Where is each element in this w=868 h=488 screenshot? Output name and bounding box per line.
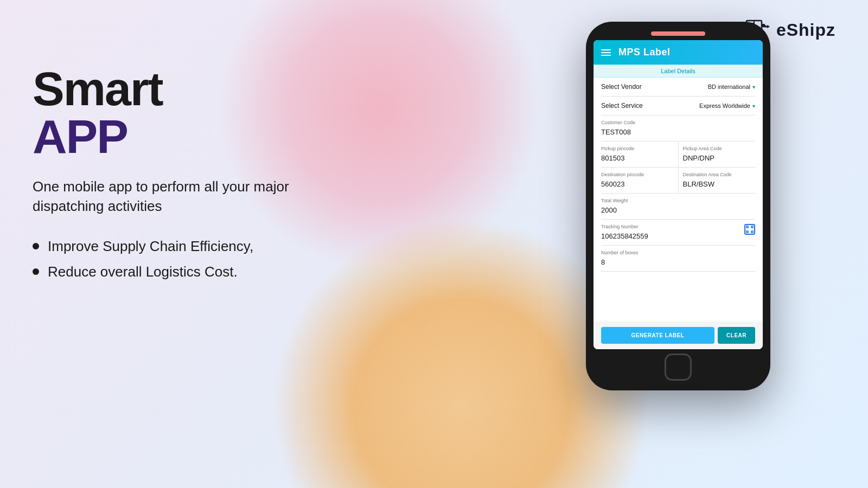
number-of-boxes-label: Number of boxes [601, 250, 755, 255]
number-of-boxes-row: Number of boxes 8 [601, 246, 755, 272]
bullet-text-1: Improve Supply Chain Efficiency, [48, 238, 253, 255]
bullet-item-2: Reduce overall Logistics Cost. [33, 264, 315, 280]
phone-screen: MPS Label Label Details Select Vendor BD… [593, 40, 763, 349]
phone: MPS Label Label Details Select Vendor BD… [586, 22, 770, 390]
pickup-pincode-col: Pickup pincode 801503 [601, 142, 679, 167]
number-of-boxes-value[interactable]: 8 [601, 258, 605, 266]
phone-mockup-container: MPS Label Label Details Select Vendor BD… [586, 22, 770, 390]
select-service-label: Select Service [601, 102, 643, 110]
bullet-item-1: Improve Supply Chain Efficiency, [33, 238, 315, 255]
headline-app: APP [33, 113, 315, 160]
app-title: MPS Label [618, 47, 671, 58]
destination-pincode-label: Destination pincode [601, 172, 674, 177]
phone-home-button[interactable] [665, 354, 692, 381]
select-vendor-label: Select Vendor [601, 83, 642, 91]
destination-area-code-label: Destination Area Code [683, 172, 756, 177]
subtitle: One mobile app to perform all your major… [33, 177, 315, 216]
destination-row: Destination pincode 560023 Destination A… [601, 168, 755, 194]
hamburger-line-2 [601, 52, 611, 53]
destination-pincode-value[interactable]: 560023 [601, 180, 624, 188]
total-weight-row: Total Weight 2000 [601, 194, 755, 220]
hamburger-line-3 [601, 55, 611, 56]
scan-barcode-icon[interactable] [744, 224, 755, 235]
vendor-dropdown-arrow: ▾ [752, 84, 755, 90]
hamburger-line-1 [601, 49, 611, 50]
bullet-text-2: Reduce overall Logistics Cost. [48, 264, 238, 280]
label-details-bar: Label Details [593, 65, 763, 78]
customer-code-row: Customer Code TEST008 [601, 115, 755, 142]
destination-pincode-col: Destination pincode 560023 [601, 168, 679, 193]
app-buttons: GENERATE LABEL CLEAR [593, 322, 763, 349]
pickup-area-code-value[interactable]: DNP/DNP [683, 154, 715, 162]
service-dropdown-arrow: ▾ [752, 103, 755, 109]
customer-code-value[interactable]: TEST008 [601, 128, 631, 136]
generate-label-button[interactable]: GENERATE LABEL [601, 327, 714, 344]
pickup-pincode-value[interactable]: 801503 [601, 154, 624, 162]
headline-smart: Smart [33, 65, 315, 113]
select-vendor-row[interactable]: Select Vendor BD international ▾ [601, 78, 755, 97]
pickup-area-code-col: Pickup Area Code DNP/DNP [679, 142, 756, 167]
destination-area-code-value[interactable]: BLR/BSW [683, 180, 715, 188]
clear-button[interactable]: CLEAR [718, 327, 755, 344]
total-weight-label: Total Weight [601, 198, 755, 203]
tracking-number-value[interactable]: 106235842559 [601, 232, 648, 240]
tracking-number-row: Tracking Number 106235842559 [601, 220, 755, 246]
bullet-dot-1 [33, 243, 39, 249]
pickup-pincode-label: Pickup pincode [601, 146, 674, 151]
pickup-area-code-label: Pickup Area Code [683, 146, 756, 151]
select-vendor-value: BD international ▾ [708, 84, 755, 90]
tracking-number-field: Tracking Number 106235842559 [601, 224, 648, 241]
form-content: Select Vendor BD international ▾ Select … [593, 78, 763, 322]
hamburger-icon[interactable] [601, 49, 611, 56]
logo-text: eShipz [776, 20, 835, 40]
left-content: Smart APP One mobile app to perform all … [33, 65, 315, 289]
destination-area-code-col: Destination Area Code BLR/BSW [679, 168, 756, 193]
select-service-row[interactable]: Select Service Express Worldwide ▾ [601, 97, 755, 115]
total-weight-value[interactable]: 2000 [601, 206, 617, 214]
tracking-number-label: Tracking Number [601, 224, 648, 229]
app-header: MPS Label [593, 40, 763, 65]
bullet-list: Improve Supply Chain Efficiency, Reduce … [33, 238, 315, 280]
select-service-value: Express Worldwide ▾ [699, 102, 755, 109]
phone-notch [651, 31, 705, 36]
bullet-dot-2 [33, 268, 39, 275]
pickup-row: Pickup pincode 801503 Pickup Area Code D… [601, 142, 755, 168]
customer-code-label: Customer Code [601, 120, 755, 125]
